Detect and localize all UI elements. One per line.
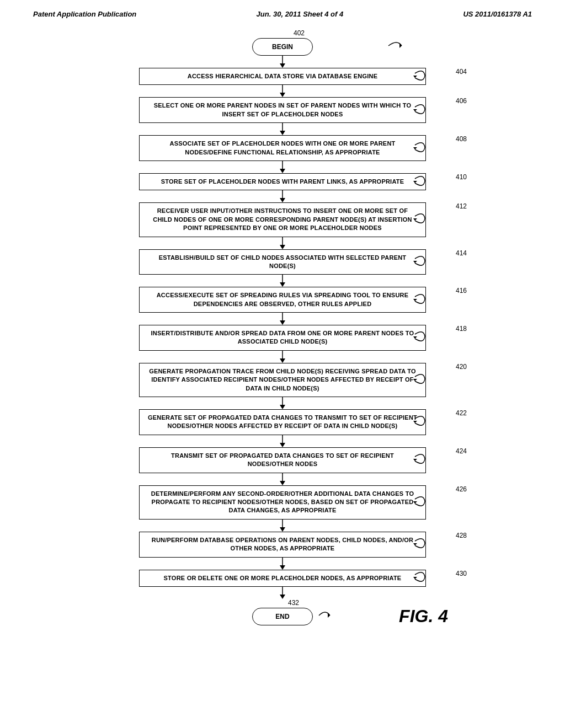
start-label: 402 — [294, 29, 305, 37]
step-row-410: STORE SET OF PLACEHOLDER NODES WITH PARE… — [33, 173, 532, 190]
step-row-404: ACCESS HIERARCHICAL DATA STORE VIA DATAB… — [33, 68, 532, 85]
step-box-430: STORE OR DELETE ONE OR MORE PLACEHOLDER … — [139, 570, 426, 587]
svg-marker-15 — [413, 218, 417, 221]
step-row-428: RUN/PERFORM DATABASE OPERATIONS ON PAREN… — [33, 532, 532, 558]
svg-marker-8 — [280, 131, 285, 135]
step-box-408: ASSOCIATE SET OF PLACEHOLDER NODES WITH … — [139, 135, 426, 161]
step-row-412: RECEIVER USER INPUT/OTHER INSTRUCTIONS T… — [33, 202, 532, 237]
step-row-406: SELECT ONE OR MORE PARENT NODES IN SET O… — [33, 97, 532, 123]
step-box-412: RECEIVER USER INPUT/OTHER INSTRUCTIONS T… — [139, 202, 426, 237]
svg-marker-17 — [280, 245, 285, 249]
svg-marker-36 — [413, 501, 417, 504]
svg-marker-21 — [413, 299, 417, 301]
step-box-428: RUN/PERFORM DATABASE OPERATIONS ON PAREN… — [139, 532, 426, 558]
fig-label: FIG. 4 — [399, 606, 448, 627]
svg-marker-23 — [280, 320, 285, 325]
svg-marker-32 — [280, 443, 285, 447]
arrow-down-412 — [33, 237, 532, 249]
arrow-down-414 — [33, 275, 532, 287]
svg-marker-41 — [280, 565, 285, 570]
step-box-422: GENERATE SET OF PROPAGATED DATA CHANGES … — [139, 409, 426, 435]
step-row-430: STORE OR DELETE ONE OR MORE PLACEHOLDER … — [33, 570, 532, 587]
svg-marker-12 — [413, 181, 417, 183]
step-row-424: TRANSMIT SET OF PROPAGATED DATA CHANGES … — [33, 447, 532, 473]
steps-container: 404ACCESS HIERARCHICAL DATA STORE VIA DA… — [33, 68, 532, 587]
svg-marker-20 — [280, 282, 285, 287]
step-row-422: GENERATE SET OF PROPAGATED DATA CHANGES … — [33, 409, 532, 435]
header-left: Patent Application Publication — [33, 10, 136, 18]
arrow-down-410 — [33, 190, 532, 202]
step-row-408: ASSOCIATE SET OF PLACEHOLDER NODES WITH … — [33, 135, 532, 161]
header-center: Jun. 30, 2011 Sheet 4 of 4 — [257, 10, 344, 18]
svg-marker-5 — [280, 93, 285, 97]
step-box-424: TRANSMIT SET OF PROPAGATED DATA CHANGES … — [139, 447, 426, 473]
svg-marker-9 — [413, 147, 417, 149]
arrow-down-406 — [33, 123, 532, 135]
svg-marker-30 — [413, 421, 417, 423]
svg-marker-39 — [413, 543, 417, 545]
arrow-down-418 — [33, 351, 532, 363]
arrow-down-408 — [33, 161, 532, 173]
step-row-416: ACCESS/EXECUTE SET OF SPREADING RULES VI… — [33, 287, 532, 313]
arrow-down-416 — [33, 313, 532, 325]
svg-marker-42 — [413, 577, 417, 579]
svg-marker-2 — [280, 63, 285, 68]
step-box-406: SELECT ONE OR MORE PARENT NODES IN SET O… — [139, 97, 426, 123]
step-box-404: ACCESS HIERARCHICAL DATA STORE VIA DATAB… — [139, 68, 426, 85]
svg-marker-27 — [413, 379, 417, 381]
step-box-426: DETERMINE/PERFORM ANY SECOND-ORDER/OTHER… — [139, 485, 426, 520]
svg-marker-38 — [280, 527, 285, 532]
svg-marker-6 — [413, 109, 417, 111]
diagram-container: 402 BEGIN 404ACCESS HIERARCHICAL DATA ST… — [0, 24, 565, 636]
svg-marker-14 — [280, 198, 285, 202]
arrow-down-426 — [33, 520, 532, 532]
step-row-418: INSERT/DISTRIBUTE AND/OR SPREAD DATA FRO… — [33, 325, 532, 351]
svg-marker-18 — [413, 261, 417, 263]
svg-marker-3 — [413, 76, 417, 78]
step-box-418: INSERT/DISTRIBUTE AND/OR SPREAD DATA FRO… — [139, 325, 426, 351]
svg-marker-35 — [280, 481, 285, 485]
svg-marker-44 — [280, 595, 285, 599]
arrow-down-428 — [33, 558, 532, 570]
svg-marker-29 — [280, 405, 285, 409]
step-box-414: ESTABLISH/BUILD SET OF CHILD NODES ASSOC… — [139, 249, 426, 275]
begin-node: BEGIN — [252, 38, 313, 56]
header-right: US 2011/0161378 A1 — [463, 10, 532, 18]
end-node: END — [252, 608, 313, 625]
arrow-down-422 — [33, 435, 532, 447]
svg-marker-26 — [280, 358, 285, 363]
page-header: Patent Application Publication Jun. 30, … — [0, 0, 565, 24]
step-box-420: GENERATE PROPAGATION TRACE FROM CHILD NO… — [139, 363, 426, 397]
step-row-420: GENERATE PROPAGATION TRACE FROM CHILD NO… — [33, 363, 532, 397]
step-box-410: STORE SET OF PLACEHOLDER NODES WITH PARE… — [139, 173, 426, 190]
step-box-416: ACCESS/EXECUTE SET OF SPREADING RULES VI… — [139, 287, 426, 313]
step-row-414: ESTABLISH/BUILD SET OF CHILD NODES ASSOC… — [33, 249, 532, 275]
arrow-down-420 — [33, 397, 532, 409]
svg-marker-33 — [413, 459, 417, 461]
step-row-426: DETERMINE/PERFORM ANY SECOND-ORDER/OTHER… — [33, 485, 532, 520]
arrow-down-404 — [33, 85, 532, 97]
end-label: 432 — [288, 599, 299, 607]
svg-marker-24 — [413, 336, 417, 339]
arrow-down-424 — [33, 473, 532, 485]
svg-marker-11 — [280, 169, 285, 173]
